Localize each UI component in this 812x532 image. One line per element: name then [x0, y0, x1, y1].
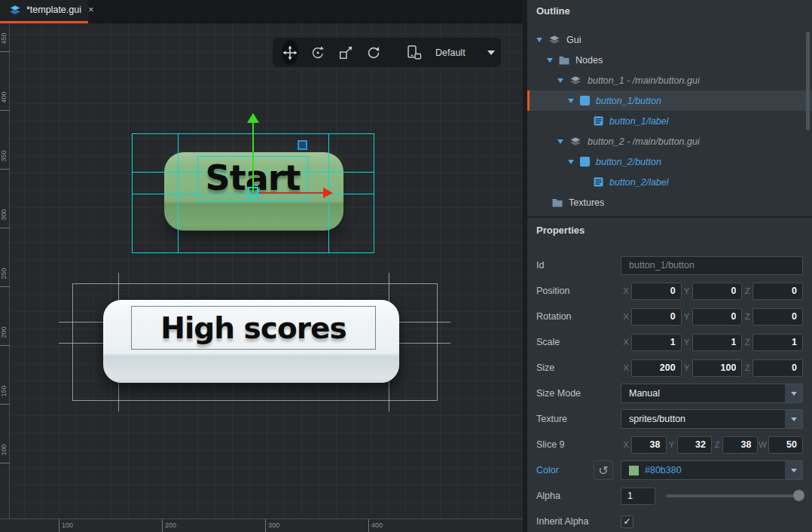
tree-item-button1-label[interactable]: button_1/label — [527, 111, 812, 131]
property-row-alpha: Alpha — [536, 487, 803, 505]
slice9-x-field[interactable] — [631, 436, 667, 454]
property-row-inherit-alpha: Inherit Alpha ✓ — [536, 512, 803, 530]
position-z-field[interactable] — [752, 283, 803, 300]
rotation-x-field[interactable] — [631, 308, 682, 326]
tab-template-gui[interactable]: *template.gui × — [0, 0, 88, 23]
ruler-vertical: 450 400 350 300 250 200 150 100 — [0, 23, 10, 518]
chevron-down-icon[interactable] — [487, 50, 495, 55]
gizmo-x-axis[interactable] — [258, 192, 325, 194]
tree-item-button2-label[interactable]: button_2/label — [527, 172, 812, 192]
scale-x-field[interactable] — [631, 334, 682, 351]
layers-icon — [569, 75, 582, 85]
reset-override-button[interactable]: ↺ — [594, 460, 613, 480]
viewport-toolbar: Default — [273, 38, 501, 67]
slice9-w-field[interactable] — [768, 436, 804, 454]
size-mode-dropdown[interactable]: Manual — [621, 384, 803, 403]
chevron-down-icon[interactable] — [568, 160, 574, 164]
texture-dropdown[interactable]: sprites/button — [621, 409, 803, 429]
position-x-field[interactable] — [631, 283, 682, 300]
text-node-icon — [594, 116, 603, 126]
property-row-scale: Scale X Y Z — [536, 333, 803, 351]
scale-y-field[interactable] — [692, 334, 743, 351]
refresh-icon — [365, 44, 382, 61]
color-swatch — [629, 466, 639, 475]
properties-header: Properties — [536, 225, 803, 236]
rotate-icon — [310, 44, 326, 61]
chevron-down-icon[interactable] — [785, 461, 802, 479]
gizmo-y-axis-arrowhead[interactable] — [247, 113, 259, 123]
scale-z-field[interactable] — [752, 334, 803, 351]
gizmo-center-handle[interactable] — [248, 187, 258, 197]
selection-indicator — [527, 90, 530, 111]
tree-item-button2-button[interactable]: button_2/button — [527, 151, 812, 172]
editor-window: *template.gui × High scores Start — [0, 0, 812, 532]
gizmo-y-axis[interactable] — [252, 122, 254, 192]
chevron-down-icon[interactable] — [557, 139, 563, 144]
property-row-size-mode: Size Mode Manual — [536, 384, 803, 402]
folder-icon — [559, 55, 569, 65]
reset-camera-button[interactable] — [365, 44, 382, 62]
alpha-field[interactable] — [621, 488, 655, 505]
tree-item-button1-template[interactable]: button_1 - /main/button.gui — [527, 70, 812, 90]
checkmark-icon: ✓ — [623, 516, 630, 527]
position-y-field[interactable] — [692, 283, 743, 300]
close-icon[interactable]: × — [88, 4, 94, 15]
gui-file-icon — [9, 5, 21, 15]
alpha-slider[interactable] — [666, 494, 803, 497]
layers-icon — [548, 35, 560, 44]
rotation-y-field[interactable] — [692, 308, 743, 326]
text-node-icon — [594, 177, 603, 187]
outline-scrollbar[interactable] — [806, 32, 810, 130]
color-dropdown[interactable]: #80b380 — [621, 460, 803, 480]
tree-item-nodes[interactable]: Nodes — [527, 50, 812, 70]
tree-item-gui[interactable]: Gui — [527, 29, 812, 50]
property-row-color: Color ↺ #80b380 — [536, 461, 803, 479]
chevron-down-icon[interactable] — [785, 384, 802, 402]
property-row-slice9: Slice 9 X Y Z W — [536, 436, 803, 454]
size-z-field[interactable] — [752, 359, 803, 377]
inherit-alpha-checkbox[interactable]: ✓ — [621, 515, 633, 528]
slice9-z-field[interactable] — [722, 436, 758, 454]
chevron-down-icon[interactable] — [568, 99, 574, 103]
alpha-slider-thumb[interactable] — [793, 490, 804, 501]
chevron-down-icon[interactable] — [536, 38, 542, 42]
outline-tree: Gui Nodes button_1 - /main/button.gui b — [527, 29, 812, 212]
property-row-position: Position X Y Z — [536, 282, 803, 300]
ruler-horizontal: 100 200 300 400 — [0, 518, 523, 532]
box-node-icon — [580, 157, 590, 167]
gizmo-x-axis-arrowhead[interactable] — [323, 188, 333, 198]
chevron-down-icon[interactable] — [557, 78, 563, 83]
folder-icon — [552, 197, 563, 207]
chevron-down-icon[interactable] — [785, 410, 802, 428]
tree-item-button1-button[interactable]: button_1/button — [527, 90, 812, 111]
outline-panel: Outline Gui Nodes button_1 - /main/butto… — [527, 0, 812, 216]
high-scores-label[interactable]: High scores — [131, 306, 376, 350]
move-tool-button[interactable] — [282, 40, 298, 65]
property-row-id: Id — [536, 256, 803, 274]
scale-icon — [337, 44, 354, 61]
move-icon — [282, 44, 298, 61]
tab-title: *template.gui — [26, 5, 81, 15]
tree-item-textures[interactable]: Textures — [527, 192, 812, 212]
device-profile-icon — [404, 44, 423, 62]
tab-bar: *template.gui × — [0, 0, 523, 23]
rotation-z-field[interactable] — [752, 308, 803, 326]
rotate-tool-button[interactable] — [310, 44, 326, 62]
slice9-y-field[interactable] — [677, 436, 713, 454]
outline-header: Outline — [536, 5, 570, 17]
selection-handle[interactable] — [298, 140, 307, 150]
box-node-icon — [580, 96, 590, 105]
property-row-size: Size X Y Z — [536, 359, 803, 377]
reset-icon: ↺ — [598, 463, 608, 478]
scene-canvas[interactable]: High scores Start — [0, 23, 523, 532]
tree-item-button2-template[interactable]: button_2 - /main/button.gui — [527, 131, 812, 151]
scale-tool-button[interactable] — [337, 44, 354, 62]
size-y-field[interactable] — [692, 359, 743, 377]
profile-selector-label[interactable]: Default — [435, 47, 466, 58]
property-row-rotation: Rotation X Y Z — [536, 307, 803, 326]
right-panel: Outline Gui Nodes button_1 - /main/butto… — [527, 0, 812, 532]
layers-icon — [569, 136, 582, 146]
id-field[interactable] — [621, 256, 803, 275]
chevron-down-icon[interactable] — [547, 58, 553, 63]
size-x-field[interactable] — [631, 359, 682, 377]
